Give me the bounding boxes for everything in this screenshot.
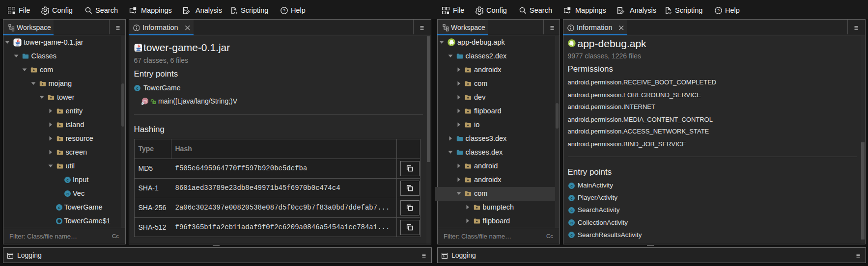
svg-text:c: c (136, 85, 139, 90)
svg-text:m: m (143, 98, 147, 103)
svg-text:c: c (58, 205, 60, 210)
svg-text:c: c (570, 195, 573, 200)
svg-text:c: c (570, 233, 573, 238)
svg-text:c: c (66, 191, 69, 196)
svg-text:?: ? (717, 8, 720, 13)
svg-text:c: c (66, 177, 69, 182)
svg-text:?: ? (283, 8, 285, 13)
svg-text:c: c (570, 208, 573, 213)
svg-text:c: c (570, 183, 573, 188)
svg-text:c: c (570, 220, 573, 225)
